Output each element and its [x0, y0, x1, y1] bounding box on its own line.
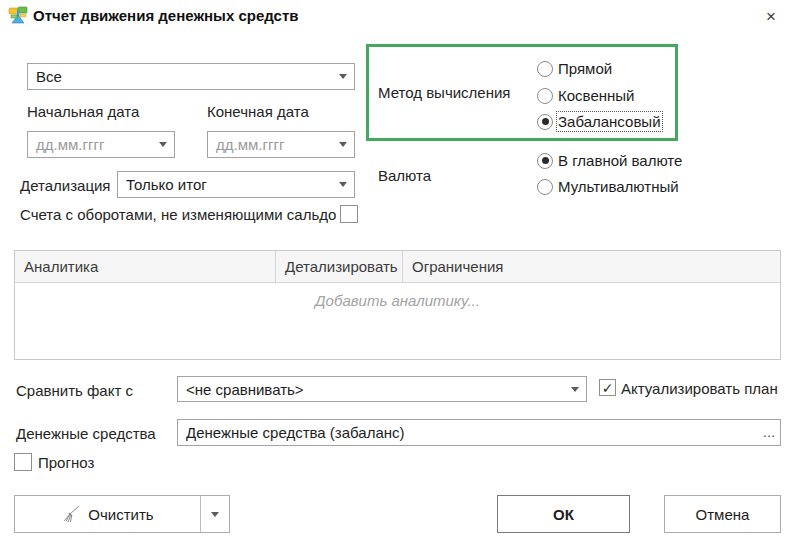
- currency-label: Валюта: [378, 167, 431, 184]
- compare-dropdown[interactable]: <не сравнивать>: [177, 376, 587, 402]
- compare-dropdown-value: <не сравнивать>: [178, 381, 564, 398]
- start-date-placeholder: дд.мм.гггг: [28, 136, 152, 153]
- start-date-field[interactable]: дд.мм.гггг: [27, 131, 175, 158]
- chevron-down-icon: [152, 132, 174, 157]
- chevron-down-icon: [332, 64, 354, 89]
- radio-method-offbalance[interactable]: Забалансовый: [537, 113, 661, 130]
- radio-currency-multi[interactable]: Мультивалютный: [537, 178, 679, 195]
- radio-method-direct-label: Прямой: [558, 60, 612, 77]
- end-date-field[interactable]: дд.мм.гггг: [207, 131, 355, 158]
- clear-button-main[interactable]: Очистить: [15, 496, 200, 532]
- cash-label: Денежные средства: [16, 425, 156, 442]
- radio-currency-main-label: В главной валюте: [558, 152, 682, 169]
- detail-dropdown-value: Только итог: [118, 176, 332, 193]
- radio-circle-icon: [537, 88, 553, 104]
- close-icon[interactable]: ×: [758, 4, 784, 30]
- method-label: Метод вычисления: [378, 84, 510, 101]
- radio-circle-icon: [537, 179, 553, 195]
- radio-currency-multi-label: Мультивалютный: [558, 178, 679, 195]
- broom-icon: [61, 505, 81, 523]
- radio-method-offbalance-label: Забалансовый: [558, 113, 661, 130]
- end-date-label: Конечная дата: [207, 103, 309, 120]
- scope-dropdown-value: Все: [28, 68, 332, 85]
- forecast-label: Прогноз: [38, 454, 94, 471]
- cash-flow-report-dialog: Отчет движения денежных средств × Все На…: [0, 0, 795, 555]
- clear-button[interactable]: Очистить: [14, 495, 230, 533]
- radio-method-indirect-label: Косвенный: [558, 87, 634, 104]
- end-date-placeholder: дд.мм.гггг: [208, 136, 332, 153]
- analytics-table-header: Аналитика Детализировать Ограничения: [15, 251, 780, 283]
- cash-field[interactable]: [177, 419, 781, 446]
- actualize-plan-checkbox[interactable]: ✓: [599, 379, 616, 396]
- column-header-analytics[interactable]: Аналитика: [15, 251, 276, 282]
- column-header-detail[interactable]: Детализировать: [276, 251, 403, 282]
- chevron-down-icon: [332, 132, 354, 157]
- ok-button[interactable]: ОК: [497, 495, 630, 533]
- radio-circle-icon: [537, 153, 553, 169]
- add-analytics-placeholder[interactable]: Добавить аналитику...: [15, 283, 780, 359]
- analytics-table: Аналитика Детализировать Ограничения Доб…: [14, 250, 781, 360]
- chevron-down-icon: [204, 496, 226, 532]
- column-header-restrictions[interactable]: Ограничения: [403, 251, 780, 282]
- detail-label: Детализация: [20, 177, 111, 194]
- ellipsis-more-button[interactable]: …: [758, 420, 780, 445]
- zero-turnover-checkbox[interactable]: [340, 205, 358, 223]
- cancel-button[interactable]: Отмена: [664, 495, 781, 533]
- detail-dropdown[interactable]: Только итог: [117, 171, 355, 198]
- zero-turnover-label: Счета с оборотами, не изменяющими сальдо: [20, 206, 336, 223]
- radio-circle-icon: [537, 61, 553, 77]
- compare-label: Сравнить факт с: [16, 382, 133, 399]
- title-bar: Отчет движения денежных средств ×: [0, 0, 795, 34]
- forecast-checkbox[interactable]: [14, 453, 32, 471]
- chevron-down-icon: [332, 172, 354, 197]
- radio-circle-icon: [537, 114, 553, 130]
- radio-currency-main[interactable]: В главной валюте: [537, 152, 682, 169]
- scope-dropdown[interactable]: Все: [27, 63, 355, 90]
- dialog-title: Отчет движения денежных средств: [33, 7, 299, 24]
- check-icon: ✓: [602, 380, 614, 396]
- radio-method-indirect[interactable]: Косвенный: [537, 87, 634, 104]
- report-scales-icon: [8, 6, 28, 26]
- radio-method-direct[interactable]: Прямой: [537, 60, 612, 77]
- actualize-plan-label: Актуализировать план: [621, 380, 778, 397]
- start-date-label: Начальная дата: [27, 103, 139, 120]
- clear-button-label: Очистить: [88, 506, 153, 523]
- clear-split-button[interactable]: [200, 496, 229, 532]
- chevron-down-icon: [564, 377, 586, 401]
